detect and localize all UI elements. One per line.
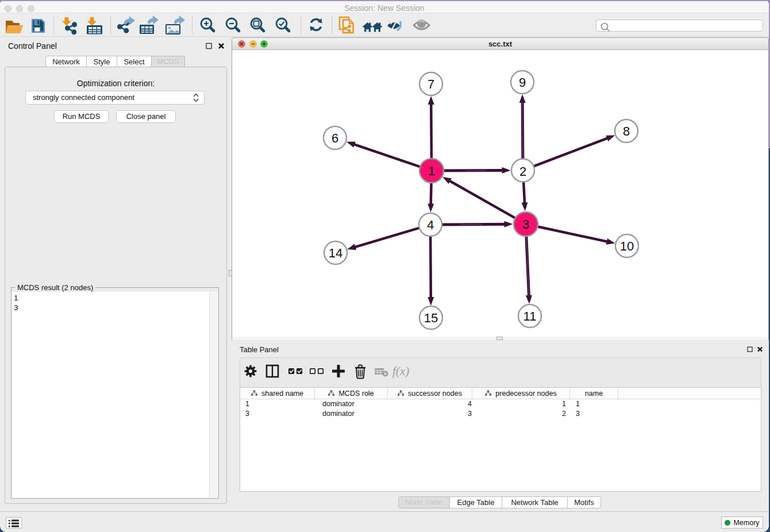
- svg-text:10: 10: [620, 239, 634, 253]
- svg-text:11: 11: [523, 309, 537, 323]
- svg-text:15: 15: [424, 311, 438, 325]
- svg-text:7: 7: [428, 77, 434, 91]
- svg-text:3: 3: [522, 217, 529, 232]
- svg-text:6: 6: [332, 131, 338, 145]
- svg-text:8: 8: [623, 124, 630, 138]
- svg-text:4: 4: [427, 218, 434, 232]
- svg-text:1: 1: [428, 164, 435, 178]
- svg-text:14: 14: [329, 246, 342, 260]
- svg-text:2: 2: [519, 164, 526, 179]
- svg-text:f(x): f(x): [392, 364, 409, 378]
- svg-text:9: 9: [519, 75, 526, 90]
